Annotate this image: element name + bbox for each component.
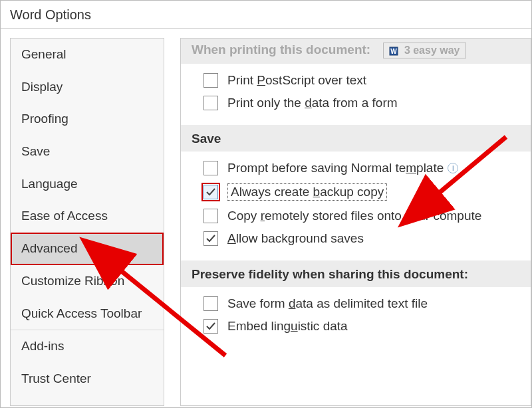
- sidebar-item-add-ins[interactable]: Add-ins: [11, 330, 164, 363]
- checkbox-print-form-data[interactable]: [203, 96, 218, 110]
- sidebar-item-trust-center[interactable]: Trust Center: [11, 363, 164, 395]
- checkbox-copy-remote[interactable]: [203, 209, 218, 223]
- content-scroll[interactable]: When printing this document: W 3 easy wa…: [180, 38, 531, 406]
- sidebar-item-save[interactable]: Save: [11, 136, 164, 168]
- checkbox-backup-copy[interactable]: [203, 185, 218, 199]
- option-label-copy-remote: Copy remotely stored files onto your com…: [227, 209, 481, 223]
- fidelity-options: Save form data as delimited text file Em…: [181, 287, 531, 348]
- dialog-title: Word Options: [1, 1, 531, 29]
- option-copy-remote[interactable]: Copy remotely stored files onto your com…: [203, 205, 531, 227]
- content-panel: When printing this document: W 3 easy wa…: [164, 38, 531, 406]
- option-label-save-form-delimited: Save form data as delimited text file: [227, 296, 428, 311]
- checkbox-prompt-normal[interactable]: [203, 161, 218, 175]
- option-label-print-form-data: Print only the data from a form: [227, 96, 398, 110]
- option-label-embed-linguistic: Embed linguistic data: [227, 319, 348, 334]
- section-header-fidelity: Preserve fidelity when sharing this docu…: [181, 260, 531, 287]
- sidebar-item-customize-ribbon[interactable]: Customize Ribbon: [11, 265, 164, 298]
- printing-options: Print PostScript over text Print only th…: [181, 64, 531, 125]
- option-save-form-delimited[interactable]: Save form data as delimited text file: [203, 292, 531, 315]
- save-options: Prompt before saving Normal template i A…: [181, 152, 531, 260]
- dialog-body: General Display Proofing Save Language E…: [1, 29, 531, 406]
- checkbox-save-form-delimited[interactable]: [203, 296, 218, 311]
- option-embed-linguistic[interactable]: Embed linguistic data: [203, 315, 531, 338]
- option-prompt-normal[interactable]: Prompt before saving Normal template i: [203, 157, 531, 179]
- option-background-saves[interactable]: Allow background saves: [203, 227, 531, 250]
- option-label-prompt-normal: Prompt before saving Normal template: [227, 161, 444, 175]
- word-doc-icon: W: [389, 47, 398, 56]
- sidebar-item-ease-of-access[interactable]: Ease of Access: [11, 200, 164, 233]
- sidebar-item-display[interactable]: Display: [11, 71, 164, 104]
- printing-document-name: 3 easy way: [404, 45, 460, 56]
- checkbox-print-postscript[interactable]: [203, 73, 218, 88]
- sidebar: General Display Proofing Save Language E…: [10, 38, 164, 406]
- sidebar-item-language[interactable]: Language: [11, 168, 164, 201]
- section-header-printing: When printing this document: W 3 easy wa…: [181, 39, 531, 64]
- printing-document-selector[interactable]: W 3 easy way: [383, 43, 466, 58]
- option-print-postscript[interactable]: Print PostScript over text: [203, 69, 531, 92]
- svg-text:W: W: [391, 48, 398, 55]
- sidebar-item-quick-access-toolbar[interactable]: Quick Access Toolbar: [11, 298, 164, 330]
- option-label-print-postscript: Print PostScript over text: [227, 73, 366, 88]
- sidebar-item-advanced[interactable]: Advanced: [11, 233, 164, 265]
- option-print-form-data[interactable]: Print only the data from a form: [203, 92, 531, 114]
- option-label-backup-copy: Always create backup copy: [227, 183, 387, 201]
- section-header-printing-label: When printing this document:: [192, 43, 370, 56]
- sidebar-item-proofing[interactable]: Proofing: [11, 103, 164, 136]
- section-header-save: Save: [181, 125, 531, 152]
- checkbox-background-saves[interactable]: [203, 231, 218, 246]
- option-label-background-saves: Allow background saves: [227, 231, 364, 246]
- sidebar-item-general[interactable]: General: [11, 39, 164, 71]
- option-backup-copy[interactable]: Always create backup copy: [203, 179, 531, 205]
- info-icon[interactable]: i: [448, 163, 458, 173]
- checkbox-embed-linguistic[interactable]: [203, 319, 218, 334]
